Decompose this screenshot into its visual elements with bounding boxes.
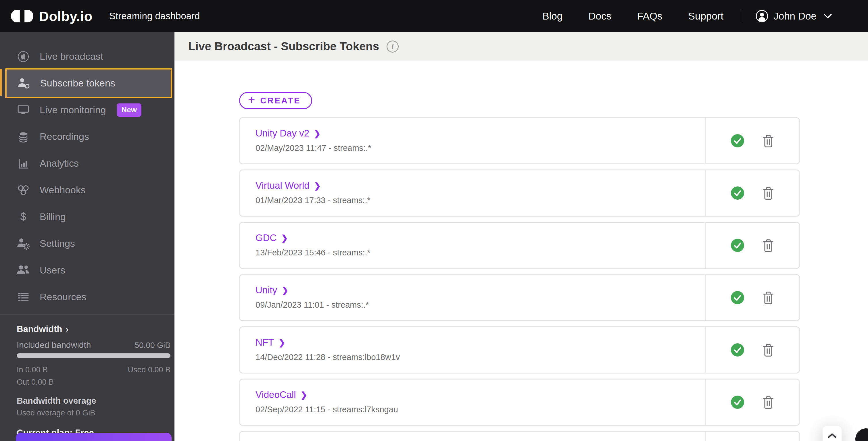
delete-token-button[interactable] [762, 239, 774, 252]
token-list: Unity Day v2 ❯ 02/May/2023 11:47 - strea… [239, 117, 800, 441]
top-nav-link-support[interactable]: Support [688, 10, 724, 22]
user-name: John Doe [773, 10, 816, 22]
token-row-actions [705, 118, 799, 163]
bandwidth-link[interactable]: Bandwidth › [17, 324, 170, 335]
chevron-up-icon [828, 433, 837, 441]
included-bandwidth-value: 50.00 GiB [134, 341, 170, 350]
token-meta: 02/Sep/2022 11:15 - streams:l7ksngau [255, 405, 705, 414]
sidebar-item-live-monitoring[interactable]: Live monitoring New [0, 97, 175, 123]
token-row: VideoCall ❯ 02/Sep/2022 11:15 - streams:… [239, 379, 800, 426]
token-meta: 02/May/2023 11:47 - streams:.* [255, 144, 705, 153]
token-name: VideoCall [255, 389, 296, 400]
dolby-logo[interactable]: Dolby.io [11, 8, 93, 24]
token-meta: 13/Feb/2023 15:46 - streams:.* [255, 248, 705, 257]
sidebar-item-label: Live broadcast [40, 51, 103, 62]
sidebar-item-billing[interactable]: $ Billing [0, 203, 175, 230]
chevron-right-icon: ❯ [282, 286, 288, 295]
subscribe-tokens-icon [17, 77, 30, 89]
sidebar-item-label: Recordings [40, 131, 89, 142]
create-button-label: CREATE [260, 96, 301, 105]
token-row-actions [705, 380, 799, 425]
delete-token-button[interactable] [762, 343, 774, 357]
token-row-partial [239, 431, 800, 441]
sidebar-item-resources[interactable]: Resources [0, 284, 175, 310]
token-name-link[interactable]: GDC ❯ [255, 232, 288, 243]
delete-token-button[interactable] [762, 186, 774, 200]
sidebar-item-label: Users [40, 264, 65, 276]
token-row: NFT ❯ 14/Dec/2022 11:28 - streams:lbo18w… [239, 326, 800, 374]
page-title: Live Broadcast - Subscribe Tokens [188, 40, 379, 53]
token-row-actions [705, 170, 799, 216]
top-nav: Blog Docs FAQs Support [542, 10, 723, 22]
delete-token-button[interactable] [762, 395, 774, 409]
token-row-actions [705, 432, 799, 441]
chevron-right-icon: › [65, 324, 68, 334]
status-active-check-icon[interactable] [731, 395, 744, 409]
logo-text: Dolby.io [39, 8, 93, 24]
app-title: Streaming dashboard [109, 11, 200, 22]
sidebar-item-label: Live monitoring [40, 104, 106, 116]
dolby-double-d-icon [11, 10, 33, 23]
nav-divider [741, 9, 741, 23]
sidebar-item-label: Billing [40, 211, 66, 222]
user-menu[interactable]: John Doe [755, 10, 832, 23]
info-icon[interactable]: i [386, 40, 399, 53]
sidebar-item-recordings[interactable]: Recordings [0, 123, 175, 150]
status-active-check-icon[interactable] [731, 291, 744, 305]
chevron-right-icon: ❯ [279, 338, 285, 347]
bandwidth-out-value: Out 0.00 B [17, 378, 170, 387]
chevron-right-icon: ❯ [314, 129, 320, 138]
top-nav-link-docs[interactable]: Docs [588, 10, 611, 22]
create-token-button[interactable]: + CREATE [239, 92, 312, 109]
token-name: NFT [255, 337, 274, 348]
token-name-link[interactable]: VideoCall ❯ [255, 389, 307, 400]
users-icon [17, 265, 30, 276]
sidebar-item-label: Settings [40, 238, 75, 249]
token-name: GDC [255, 232, 277, 243]
main-content: Live Broadcast - Subscribe Tokens i + CR… [175, 32, 868, 441]
token-meta: 01/Mar/2023 17:33 - streams:.* [255, 196, 705, 205]
status-active-check-icon[interactable] [731, 239, 744, 252]
sidebar-item-label: Webhooks [40, 184, 86, 196]
delete-token-button[interactable] [762, 291, 774, 305]
token-name-link[interactable]: NFT ❯ [255, 337, 285, 348]
avatar-icon [755, 10, 768, 23]
live-broadcast-icon [17, 51, 30, 63]
bandwidth-panel: Bandwidth › Included bandwidth 50.00 GiB… [17, 324, 170, 438]
status-active-check-icon[interactable] [731, 134, 744, 148]
sidebar-item-users[interactable]: Users [0, 257, 175, 284]
sidebar-item-subscribe-tokens[interactable]: Subscribe tokens [5, 68, 172, 98]
recordings-icon [17, 131, 30, 143]
scroll-to-top-button[interactable] [823, 426, 842, 441]
sidebar-item-live-broadcast[interactable]: Live broadcast [0, 43, 175, 70]
sidebar: Live broadcast Subscribe tokens Live mon… [0, 32, 175, 441]
bandwidth-in-value: In 0.00 B [17, 366, 48, 374]
status-active-check-icon[interactable] [731, 343, 744, 357]
top-nav-link-faqs[interactable]: FAQs [637, 10, 662, 22]
sidebar-item-label: Resources [40, 291, 87, 303]
settings-icon [17, 238, 30, 250]
chevron-down-icon [824, 13, 832, 19]
change-plan-button[interactable]: CHANGE PLAN [16, 433, 172, 441]
sidebar-item-webhooks[interactable]: Webhooks [0, 177, 175, 203]
chat-widget-bubble[interactable] [855, 428, 868, 441]
token-name-link[interactable]: Virtual World ❯ [255, 180, 321, 191]
sidebar-item-label: Analytics [40, 158, 79, 169]
token-name-link[interactable]: Unity ❯ [255, 285, 288, 295]
delete-token-button[interactable] [762, 134, 774, 148]
token-row: GDC ❯ 13/Feb/2023 15:46 - streams:.* [239, 222, 800, 269]
sidebar-item-label: Subscribe tokens [40, 77, 115, 89]
token-meta: 09/Jan/2023 11:01 - streams:.* [255, 300, 705, 310]
billing-icon: $ [17, 212, 30, 222]
top-nav-link-blog[interactable]: Blog [542, 10, 562, 22]
status-active-check-icon[interactable] [731, 186, 744, 200]
resources-icon [17, 292, 30, 302]
sidebar-nav: Live broadcast Subscribe tokens Live mon… [0, 32, 175, 310]
sidebar-item-settings[interactable]: Settings [0, 230, 175, 257]
token-row: Unity ❯ 09/Jan/2023 11:01 - streams:.* [239, 274, 800, 321]
token-row: Virtual World ❯ 01/Mar/2023 17:33 - stre… [239, 169, 800, 217]
token-name-link[interactable]: Unity Day v2 ❯ [255, 128, 321, 139]
sidebar-item-analytics[interactable]: Analytics [0, 150, 175, 177]
sidebar-divider [0, 314, 175, 315]
chevron-right-icon: ❯ [281, 233, 288, 243]
